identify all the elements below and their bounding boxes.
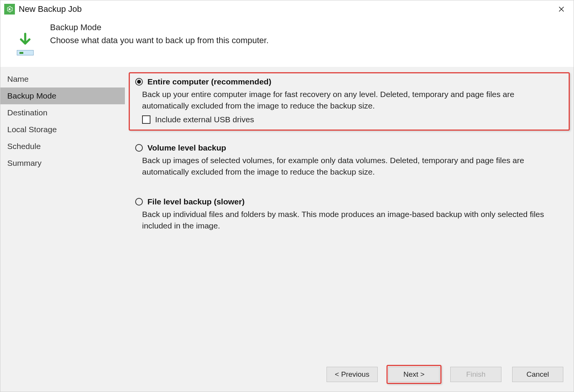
page-header-text: Backup Mode Choose what data you want to… — [50, 23, 268, 45]
finish-wrap: Finish — [448, 365, 503, 384]
radio-file-level[interactable] — [135, 198, 143, 206]
option-entire-title: Entire computer (recommended) — [147, 77, 271, 86]
step-backup-mode[interactable]: Backup Mode — [0, 87, 125, 104]
option-entire-header[interactable]: Entire computer (recommended) — [135, 77, 563, 86]
previous-wrap: < Previous — [325, 365, 380, 384]
radio-entire-computer[interactable] — [135, 78, 143, 86]
checkbox-include-usb-label: Include external USB drives — [155, 115, 254, 124]
finish-button: Finish — [450, 367, 501, 382]
svg-point-0 — [9, 8, 11, 10]
cancel-wrap: Cancel — [510, 365, 565, 384]
option-entire-computer: Entire computer (recommended) Back up yo… — [129, 72, 570, 131]
arrow-down-icon — [17, 32, 34, 49]
main-area: Name Backup Mode Destination Local Stora… — [0, 67, 574, 359]
step-schedule[interactable]: Schedule — [0, 138, 125, 155]
option-file-desc: Back up individual files and folders by … — [142, 209, 563, 232]
option-volume-title: Volume level backup — [147, 143, 226, 152]
close-icon — [558, 6, 565, 13]
step-name[interactable]: Name — [0, 71, 125, 87]
next-wrap: Next > — [386, 365, 441, 384]
close-button[interactable] — [554, 3, 569, 15]
radio-volume-level[interactable] — [135, 144, 143, 152]
option-volume-header[interactable]: Volume level backup — [135, 143, 563, 152]
option-file-header[interactable]: File level backup (slower) — [135, 197, 563, 206]
cancel-button[interactable]: Cancel — [512, 367, 563, 382]
option-volume-level: Volume level backup Back up images of se… — [129, 138, 570, 185]
option-volume-desc: Back up images of selected volumes, for … — [142, 155, 563, 178]
page-subtitle: Choose what data you want to back up fro… — [50, 36, 268, 45]
window-title: New Backup Job — [19, 4, 82, 14]
next-button[interactable]: Next > — [388, 367, 440, 382]
step-destination[interactable]: Destination — [0, 104, 125, 121]
step-local-storage[interactable]: Local Storage — [0, 121, 125, 138]
previous-button[interactable]: < Previous — [327, 367, 378, 382]
titlebar: New Backup Job — [0, 0, 574, 16]
option-file-level: File level backup (slower) Back up indiv… — [129, 192, 570, 238]
backup-mode-icon — [12, 32, 39, 55]
drive-icon — [17, 50, 34, 55]
page-header: Backup Mode Choose what data you want to… — [0, 16, 574, 67]
wizard-footer: < Previous Next > Finish Cancel — [0, 359, 574, 392]
page-title: Backup Mode — [50, 23, 268, 32]
include-usb-row[interactable]: Include external USB drives — [142, 115, 563, 124]
option-entire-desc: Back up your entire computer image for f… — [142, 89, 563, 112]
step-summary[interactable]: Summary — [0, 155, 125, 172]
checkbox-include-usb[interactable] — [142, 115, 150, 124]
option-file-title: File level backup (slower) — [147, 197, 244, 206]
app-gear-icon — [4, 4, 15, 15]
content-pane: Entire computer (recommended) Back up yo… — [125, 67, 574, 359]
wizard-steps: Name Backup Mode Destination Local Stora… — [0, 67, 125, 359]
